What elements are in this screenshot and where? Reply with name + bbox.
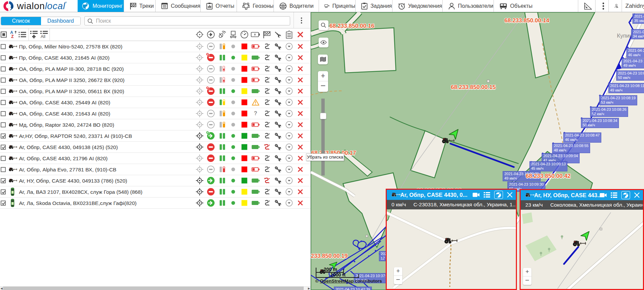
svg-text:1000 ft: 1000 ft	[330, 272, 346, 277]
svg-text:Z: Z	[11, 34, 14, 39]
svg-text:All: All	[41, 34, 45, 39]
svg-text:x: x	[264, 144, 266, 146]
svg-text:x: x	[264, 177, 266, 180]
